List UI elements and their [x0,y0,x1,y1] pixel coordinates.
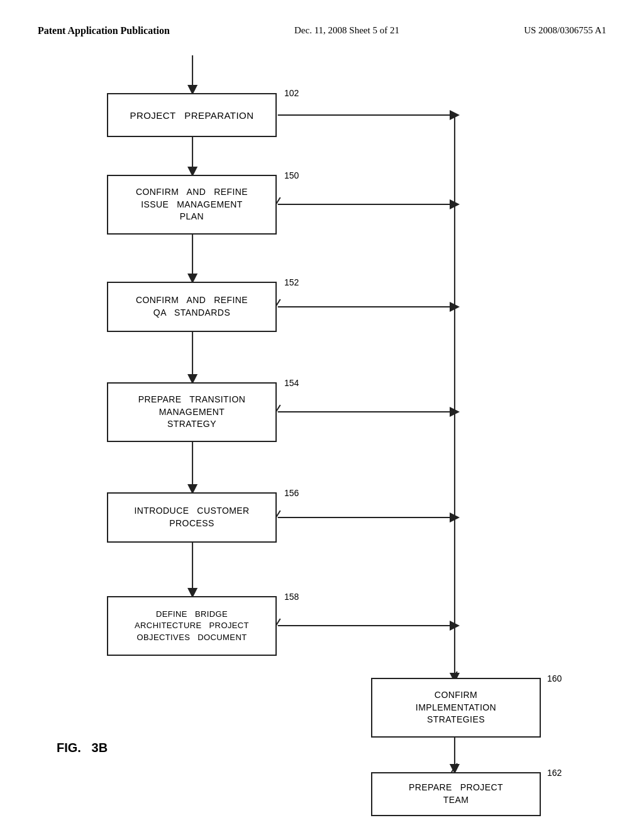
box-prepare-project-team: PREPARE PROJECTTEAM [371,772,541,816]
label-102: 102 [284,88,299,98]
label-162: 162 [547,768,562,778]
box-confirm-refine-qa: CONFIRM AND REFINEQA STANDARDS [107,282,277,332]
box-define-bridge: DEFINE BRIDGEARCHITECTURE PROJECTOBJECTI… [107,596,277,656]
header-date-sheet: Dec. 11, 2008 Sheet 5 of 21 [294,25,399,36]
box-project-preparation: PROJECT PREPARATION [107,93,277,137]
box-confirm-implementation: CONFIRMIMPLEMENTATIONSTRATEGIES [371,678,541,738]
header-patent-number: US 2008/0306755 A1 [524,25,606,36]
label-154: 154 [284,378,299,388]
label-158: 158 [284,592,299,602]
box-prepare-transition: PREPARE TRANSITIONMANAGEMENTSTRATEGY [107,382,277,442]
box-introduce-customer: INTRODUCE CUSTOMERPROCESS [107,492,277,543]
label-152: 152 [284,277,299,287]
box-confirm-refine-issue: CONFIRM AND REFINEISSUE MANAGEMENTPLAN [107,175,277,235]
figure-label: FIG. 3B [57,741,108,755]
label-156: 156 [284,488,299,498]
diagram-area: PROJECT PREPARATION 102 CONFIRM AND REFI… [38,55,606,778]
header-publication: Patent Application Publication [38,25,170,36]
label-160: 160 [547,673,562,683]
label-150: 150 [284,170,299,180]
